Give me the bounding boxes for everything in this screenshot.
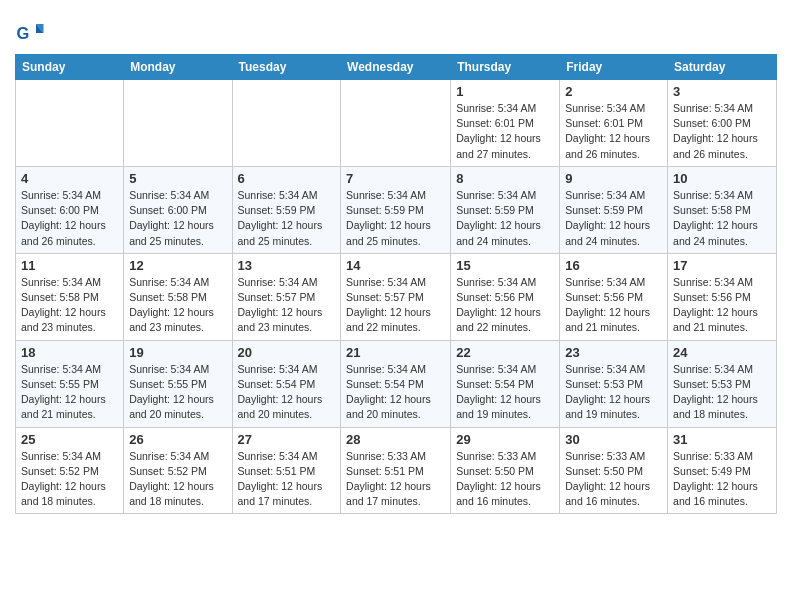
day-number: 20 <box>238 345 336 360</box>
calendar-cell: 25Sunrise: 5:34 AM Sunset: 5:52 PM Dayli… <box>16 427 124 514</box>
week-row-2: 4Sunrise: 5:34 AM Sunset: 6:00 PM Daylig… <box>16 166 777 253</box>
day-number: 23 <box>565 345 662 360</box>
day-number: 30 <box>565 432 662 447</box>
day-info: Sunrise: 5:34 AM Sunset: 5:57 PM Dayligh… <box>346 275 445 336</box>
day-info: Sunrise: 5:34 AM Sunset: 5:52 PM Dayligh… <box>129 449 226 510</box>
calendar-cell: 16Sunrise: 5:34 AM Sunset: 5:56 PM Dayli… <box>560 253 668 340</box>
day-info: Sunrise: 5:34 AM Sunset: 6:01 PM Dayligh… <box>456 101 554 162</box>
calendar-cell: 21Sunrise: 5:34 AM Sunset: 5:54 PM Dayli… <box>341 340 451 427</box>
day-number: 11 <box>21 258 118 273</box>
day-info: Sunrise: 5:34 AM Sunset: 5:51 PM Dayligh… <box>238 449 336 510</box>
day-info: Sunrise: 5:34 AM Sunset: 5:56 PM Dayligh… <box>673 275 771 336</box>
day-info: Sunrise: 5:34 AM Sunset: 5:57 PM Dayligh… <box>238 275 336 336</box>
calendar-cell: 5Sunrise: 5:34 AM Sunset: 6:00 PM Daylig… <box>124 166 232 253</box>
calendar-cell <box>232 80 341 167</box>
day-info: Sunrise: 5:34 AM Sunset: 5:56 PM Dayligh… <box>565 275 662 336</box>
calendar-cell: 3Sunrise: 5:34 AM Sunset: 6:00 PM Daylig… <box>668 80 777 167</box>
calendar-cell: 27Sunrise: 5:34 AM Sunset: 5:51 PM Dayli… <box>232 427 341 514</box>
weekday-header-friday: Friday <box>560 55 668 80</box>
calendar-cell: 9Sunrise: 5:34 AM Sunset: 5:59 PM Daylig… <box>560 166 668 253</box>
day-info: Sunrise: 5:34 AM Sunset: 5:52 PM Dayligh… <box>21 449 118 510</box>
day-number: 7 <box>346 171 445 186</box>
day-number: 9 <box>565 171 662 186</box>
day-number: 31 <box>673 432 771 447</box>
day-info: Sunrise: 5:34 AM Sunset: 5:55 PM Dayligh… <box>129 362 226 423</box>
calendar-cell: 31Sunrise: 5:33 AM Sunset: 5:49 PM Dayli… <box>668 427 777 514</box>
header: G <box>15 10 777 48</box>
day-info: Sunrise: 5:34 AM Sunset: 6:00 PM Dayligh… <box>673 101 771 162</box>
calendar-cell: 14Sunrise: 5:34 AM Sunset: 5:57 PM Dayli… <box>341 253 451 340</box>
calendar-cell: 29Sunrise: 5:33 AM Sunset: 5:50 PM Dayli… <box>451 427 560 514</box>
day-number: 25 <box>21 432 118 447</box>
day-info: Sunrise: 5:34 AM Sunset: 5:56 PM Dayligh… <box>456 275 554 336</box>
day-info: Sunrise: 5:34 AM Sunset: 5:58 PM Dayligh… <box>673 188 771 249</box>
day-info: Sunrise: 5:34 AM Sunset: 6:01 PM Dayligh… <box>565 101 662 162</box>
calendar-cell: 6Sunrise: 5:34 AM Sunset: 5:59 PM Daylig… <box>232 166 341 253</box>
calendar-cell: 8Sunrise: 5:34 AM Sunset: 5:59 PM Daylig… <box>451 166 560 253</box>
logo-icon: G <box>15 18 45 48</box>
day-info: Sunrise: 5:34 AM Sunset: 5:54 PM Dayligh… <box>238 362 336 423</box>
day-number: 1 <box>456 84 554 99</box>
day-info: Sunrise: 5:33 AM Sunset: 5:50 PM Dayligh… <box>565 449 662 510</box>
calendar-cell <box>341 80 451 167</box>
svg-text:G: G <box>17 24 30 42</box>
day-number: 14 <box>346 258 445 273</box>
calendar-cell: 26Sunrise: 5:34 AM Sunset: 5:52 PM Dayli… <box>124 427 232 514</box>
calendar-cell: 7Sunrise: 5:34 AM Sunset: 5:59 PM Daylig… <box>341 166 451 253</box>
week-row-4: 18Sunrise: 5:34 AM Sunset: 5:55 PM Dayli… <box>16 340 777 427</box>
calendar-cell: 18Sunrise: 5:34 AM Sunset: 5:55 PM Dayli… <box>16 340 124 427</box>
weekday-header-monday: Monday <box>124 55 232 80</box>
day-number: 19 <box>129 345 226 360</box>
day-info: Sunrise: 5:34 AM Sunset: 5:58 PM Dayligh… <box>129 275 226 336</box>
week-row-1: 1Sunrise: 5:34 AM Sunset: 6:01 PM Daylig… <box>16 80 777 167</box>
calendar-cell: 19Sunrise: 5:34 AM Sunset: 5:55 PM Dayli… <box>124 340 232 427</box>
weekday-header-tuesday: Tuesday <box>232 55 341 80</box>
calendar-cell: 23Sunrise: 5:34 AM Sunset: 5:53 PM Dayli… <box>560 340 668 427</box>
calendar-cell: 30Sunrise: 5:33 AM Sunset: 5:50 PM Dayli… <box>560 427 668 514</box>
calendar-cell: 10Sunrise: 5:34 AM Sunset: 5:58 PM Dayli… <box>668 166 777 253</box>
day-info: Sunrise: 5:33 AM Sunset: 5:50 PM Dayligh… <box>456 449 554 510</box>
day-number: 10 <box>673 171 771 186</box>
week-row-5: 25Sunrise: 5:34 AM Sunset: 5:52 PM Dayli… <box>16 427 777 514</box>
day-number: 28 <box>346 432 445 447</box>
day-number: 15 <box>456 258 554 273</box>
day-info: Sunrise: 5:34 AM Sunset: 5:53 PM Dayligh… <box>565 362 662 423</box>
day-number: 8 <box>456 171 554 186</box>
day-info: Sunrise: 5:33 AM Sunset: 5:51 PM Dayligh… <box>346 449 445 510</box>
day-number: 2 <box>565 84 662 99</box>
calendar-cell <box>16 80 124 167</box>
weekday-header-sunday: Sunday <box>16 55 124 80</box>
calendar-cell: 12Sunrise: 5:34 AM Sunset: 5:58 PM Dayli… <box>124 253 232 340</box>
day-info: Sunrise: 5:34 AM Sunset: 5:59 PM Dayligh… <box>346 188 445 249</box>
day-info: Sunrise: 5:34 AM Sunset: 6:00 PM Dayligh… <box>21 188 118 249</box>
weekday-header-wednesday: Wednesday <box>341 55 451 80</box>
calendar-cell: 11Sunrise: 5:34 AM Sunset: 5:58 PM Dayli… <box>16 253 124 340</box>
day-number: 16 <box>565 258 662 273</box>
day-number: 29 <box>456 432 554 447</box>
day-number: 12 <box>129 258 226 273</box>
calendar-cell: 17Sunrise: 5:34 AM Sunset: 5:56 PM Dayli… <box>668 253 777 340</box>
calendar-cell: 22Sunrise: 5:34 AM Sunset: 5:54 PM Dayli… <box>451 340 560 427</box>
day-number: 4 <box>21 171 118 186</box>
calendar-cell <box>124 80 232 167</box>
weekday-header-thursday: Thursday <box>451 55 560 80</box>
day-info: Sunrise: 5:34 AM Sunset: 5:53 PM Dayligh… <box>673 362 771 423</box>
week-row-3: 11Sunrise: 5:34 AM Sunset: 5:58 PM Dayli… <box>16 253 777 340</box>
day-number: 17 <box>673 258 771 273</box>
day-number: 24 <box>673 345 771 360</box>
calendar-table: SundayMondayTuesdayWednesdayThursdayFrid… <box>15 54 777 514</box>
calendar-cell: 24Sunrise: 5:34 AM Sunset: 5:53 PM Dayli… <box>668 340 777 427</box>
day-info: Sunrise: 5:34 AM Sunset: 5:59 PM Dayligh… <box>238 188 336 249</box>
calendar-cell: 28Sunrise: 5:33 AM Sunset: 5:51 PM Dayli… <box>341 427 451 514</box>
day-number: 21 <box>346 345 445 360</box>
day-number: 3 <box>673 84 771 99</box>
day-info: Sunrise: 5:33 AM Sunset: 5:49 PM Dayligh… <box>673 449 771 510</box>
day-info: Sunrise: 5:34 AM Sunset: 5:54 PM Dayligh… <box>346 362 445 423</box>
day-number: 26 <box>129 432 226 447</box>
day-number: 22 <box>456 345 554 360</box>
day-number: 27 <box>238 432 336 447</box>
calendar-cell: 15Sunrise: 5:34 AM Sunset: 5:56 PM Dayli… <box>451 253 560 340</box>
day-info: Sunrise: 5:34 AM Sunset: 6:00 PM Dayligh… <box>129 188 226 249</box>
calendar-cell: 20Sunrise: 5:34 AM Sunset: 5:54 PM Dayli… <box>232 340 341 427</box>
calendar-cell: 1Sunrise: 5:34 AM Sunset: 6:01 PM Daylig… <box>451 80 560 167</box>
